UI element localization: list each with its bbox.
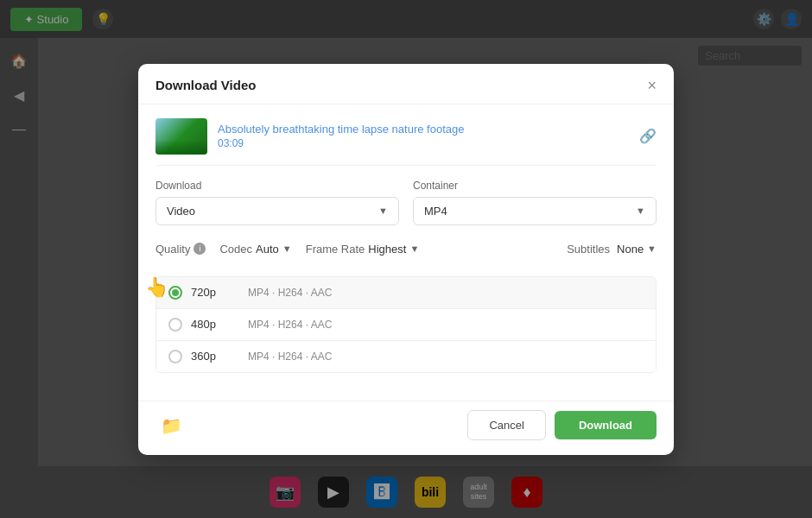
quality-label-480p: 480p: [191, 318, 234, 331]
radio-480p: [168, 318, 182, 332]
quality-item-720p[interactable]: 720p MP4 · H264 · AAC: [156, 277, 656, 309]
quality-info-icon[interactable]: i: [193, 243, 206, 255]
download-group: Download Video ▼: [155, 180, 399, 225]
quality-specs-480p: MP4 · H264 · AAC: [248, 319, 332, 331]
download-select[interactable]: Video ▼: [155, 197, 399, 225]
quality-label: Quality: [155, 243, 190, 256]
quality-label-360p: 360p: [191, 350, 234, 363]
download-label: Download: [155, 180, 399, 192]
subtitles-option[interactable]: Subtitles None ▼: [567, 243, 657, 256]
video-duration: 03:09: [218, 137, 629, 149]
frame-rate-option[interactable]: Frame Rate Highest ▼: [306, 243, 420, 256]
close-button[interactable]: ×: [647, 78, 657, 93]
video-thumbnail: [155, 118, 207, 155]
container-select[interactable]: MP4 ▼: [413, 197, 657, 225]
download-select-value: Video: [167, 205, 195, 218]
download-modal: Download Video × Absolutely breathtaking…: [138, 64, 674, 455]
quality-specs-720p: MP4 · H264 · AAC: [248, 287, 332, 299]
codec-value: Auto: [256, 243, 279, 256]
subtitles-value: None: [617, 243, 644, 256]
link-icon[interactable]: 🔗: [639, 128, 657, 144]
container-label: Container: [413, 180, 657, 192]
modal-header: Download Video ×: [138, 64, 674, 104]
quality-specs-360p: MP4 · H264 · AAC: [248, 351, 332, 363]
quality-item-360p[interactable]: 360p MP4 · H264 · AAC: [156, 341, 656, 372]
modal-title: Download Video: [155, 78, 256, 92]
quality-label-720p: 720p: [191, 286, 234, 299]
folder-button[interactable]: 📁: [155, 410, 187, 441]
frame-rate-chevron: ▼: [409, 243, 419, 254]
frame-rate-value: Highest: [368, 243, 406, 256]
radio-720p: [168, 286, 182, 300]
video-info-text: Absolutely breathtaking time lapse natur…: [218, 123, 629, 149]
modal-body: Absolutely breathtaking time lapse natur…: [138, 104, 674, 401]
codec-option[interactable]: Codec Auto ▼: [219, 243, 291, 256]
subtitles-chevron: ▼: [647, 243, 657, 254]
form-row: Download Video ▼ Container MP4 ▼: [155, 180, 657, 225]
codec-chevron: ▼: [282, 243, 292, 254]
container-select-chevron: ▼: [636, 205, 645, 216]
options-row: Quality i Codec Auto ▼ Frame Rate Highes…: [155, 236, 657, 262]
container-select-value: MP4: [424, 205, 447, 218]
quality-item-480p[interactable]: 480p MP4 · H264 · AAC: [156, 309, 656, 341]
subtitles-label: Subtitles: [567, 243, 610, 256]
quality-option: Quality i: [155, 243, 206, 256]
quality-list: 720p MP4 · H264 · AAC 480p MP4 · H264 · …: [155, 276, 657, 373]
download-select-chevron: ▼: [378, 205, 388, 216]
radio-360p: [168, 350, 182, 363]
video-info-row: Absolutely breathtaking time lapse natur…: [155, 118, 657, 166]
cancel-button[interactable]: Cancel: [467, 410, 545, 440]
video-title: Absolutely breathtaking time lapse natur…: [218, 123, 629, 136]
modal-footer: 📁 Cancel Download: [138, 401, 674, 455]
frame-rate-label: Frame Rate: [306, 243, 365, 256]
download-button[interactable]: Download: [555, 411, 657, 439]
modal-overlay: Download Video × Absolutely breathtaking…: [0, 0, 812, 518]
codec-label: Codec: [219, 243, 252, 256]
container-group: Container MP4 ▼: [413, 180, 657, 225]
